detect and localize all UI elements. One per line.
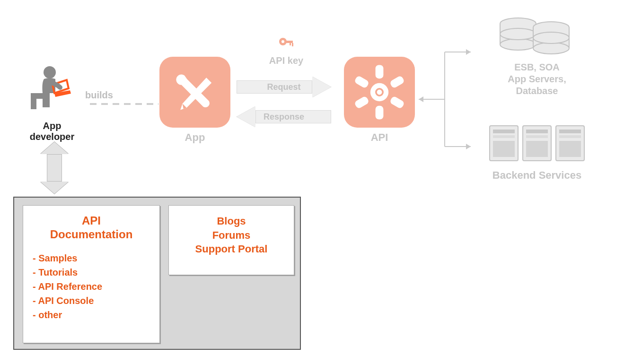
app-tools-icon	[159, 57, 230, 128]
builds-label: builds	[85, 90, 113, 100]
database-icon	[492, 14, 582, 57]
app-label: App	[157, 131, 233, 144]
developer-icon	[26, 64, 78, 116]
svg-rect-46	[559, 141, 581, 157]
svg-rect-9	[376, 65, 384, 78]
api-key-label: API key	[258, 55, 315, 66]
svg-marker-20	[419, 96, 423, 102]
backend-servers-node: Backend Services	[478, 122, 596, 182]
developer-label: App developer	[21, 121, 83, 142]
support-line: Forums	[178, 228, 284, 243]
svg-marker-21	[466, 49, 471, 55]
svg-rect-13	[354, 95, 369, 109]
backend-top-line3: Database	[473, 85, 601, 97]
svg-rect-38	[493, 141, 515, 157]
api-doc-list: - Samples - Tutorials - API Reference - …	[33, 251, 150, 322]
svg-marker-22	[466, 144, 471, 149]
key-icon	[278, 35, 295, 52]
request-label: Request	[267, 82, 300, 92]
svg-rect-37	[493, 135, 515, 138]
builds-label-wrap: builds	[85, 90, 158, 101]
api-node: API	[342, 57, 417, 144]
api-doc-title: API Documentation	[33, 214, 150, 242]
backend-connector-lines	[419, 28, 475, 170]
response-label: Response	[264, 112, 304, 122]
doc-item: - API Console	[33, 294, 150, 308]
developer-node: App developer	[21, 64, 83, 142]
svg-point-26	[500, 28, 536, 40]
svg-rect-7	[292, 43, 293, 46]
svg-rect-36	[493, 130, 515, 133]
documentation-panel: API Documentation - Samples - Tutorials …	[13, 197, 301, 350]
backend-databases-node: ESB, SOA App Servers, Database	[473, 14, 601, 97]
svg-point-32	[533, 32, 569, 43]
doc-item: - API Reference	[33, 279, 150, 294]
api-documentation-card: API Documentation - Samples - Tutorials …	[23, 205, 160, 343]
doc-item: - Samples	[33, 251, 150, 265]
svg-rect-42	[526, 141, 548, 157]
api-doc-title-l1: API	[33, 214, 150, 228]
doc-item: - other	[33, 308, 150, 322]
svg-rect-40	[526, 130, 548, 133]
api-gear-icon	[344, 57, 415, 128]
response-arrow: Response	[237, 106, 331, 127]
doc-item: - Tutorials	[33, 265, 150, 279]
backend-top-line2: App Servers,	[473, 73, 601, 85]
support-line: Blogs	[178, 214, 284, 228]
developer-docs-arrow	[40, 142, 69, 194]
support-line: Support Portal	[178, 242, 284, 256]
svg-point-0	[44, 66, 56, 78]
svg-point-4	[281, 40, 284, 43]
support-card: Blogs Forums Support Portal	[168, 205, 294, 275]
svg-rect-41	[526, 135, 548, 138]
svg-rect-11	[389, 95, 405, 109]
svg-point-31	[533, 43, 569, 54]
svg-rect-45	[559, 135, 581, 138]
api-label: API	[342, 131, 417, 144]
svg-point-8	[370, 83, 388, 101]
api-key-node: API key	[258, 35, 315, 66]
svg-rect-14	[354, 75, 369, 89]
architecture-diagram: App developer builds App API key	[0, 0, 633, 364]
svg-rect-5	[285, 41, 293, 43]
builds-dashed-line	[90, 103, 158, 105]
api-doc-title-l2: Documentation	[33, 228, 150, 242]
svg-rect-12	[376, 106, 384, 120]
backend-top-text: ESB, SOA App Servers, Database	[473, 61, 601, 97]
backend-services-label: Backend Services	[478, 169, 596, 182]
backend-top-line1: ESB, SOA	[473, 61, 601, 73]
svg-rect-2	[31, 98, 36, 109]
request-arrow: Request	[237, 77, 331, 97]
servers-icon	[487, 122, 587, 165]
svg-rect-6	[290, 43, 291, 45]
svg-rect-10	[389, 75, 405, 89]
app-node: App	[157, 57, 233, 144]
svg-point-25	[500, 39, 536, 50]
svg-rect-44	[559, 130, 581, 133]
